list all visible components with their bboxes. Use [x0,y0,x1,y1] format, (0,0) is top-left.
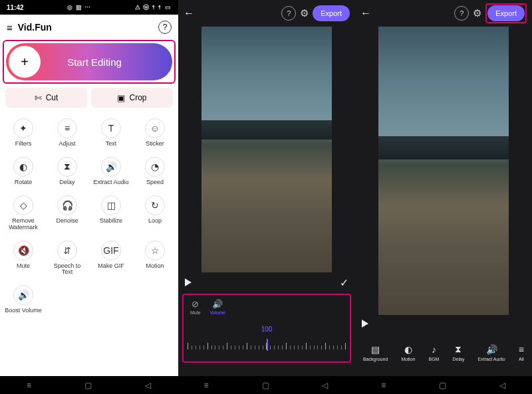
tool-label: Adjust [59,141,75,148]
cut-button[interactable]: ✄Cut [5,88,87,108]
top-bar: ← ? ⚙ Export [178,0,355,27]
app-title: Vid.Fun [18,22,158,33]
tool-boost-volume[interactable]: 🔊Boost Volume [1,281,45,318]
editor-tool-background[interactable]: ▤Background [363,344,388,361]
back-icon[interactable]: ← [360,7,371,19]
home-panel: 11:42 ◎ ▥ ⋯ ⚠ ⓦ ⫯ ⫯ ▭ ≡ Vid.Fun ? + Star… [0,0,178,376]
back-icon[interactable]: ← [184,7,194,19]
tool-delay[interactable]: ⧗Delay [45,153,89,190]
tools-grid: ✦Filters≡AdjustTText☺Sticker◐Rotate⧗Dela… [0,112,178,321]
editor-tool-delay[interactable]: ⧗Delay [452,344,464,361]
highlight-start-editing: + Start Editing [3,40,176,84]
back-nav-icon[interactable]: ◁ [499,381,505,390]
crop-button[interactable]: ▣Crop [91,88,173,108]
tool-icon: 🔇 [13,241,33,260]
menu-icon[interactable]: ≡ [7,22,13,33]
confirm-icon[interactable]: ✓ [340,276,348,289]
tool-sticker[interactable]: ☺Sticker [133,114,177,151]
recent-apps-icon[interactable]: ≡ [381,381,386,390]
android-nav-bar: ≡▢◁ ≡▢◁ ≡▢◁ [0,376,532,394]
tool-icon: ◔ [145,157,165,177]
main-editor-panel: ← ? ⚙ Export ▤Background◐Motion♪BGM⧗Dela… [355,0,532,376]
help-icon[interactable]: ? [281,6,296,21]
mute-option[interactable]: ⊘Mute [190,299,201,315]
tool-label: Loop [148,218,162,225]
home-icon[interactable]: ▢ [439,381,446,390]
help-icon[interactable]: ? [454,6,469,21]
tool-icon: ◐ [13,157,33,177]
editor-tool-all[interactable]: ≡All [519,344,524,361]
tool-loop[interactable]: ↻Loop [133,191,177,235]
recent-apps-icon[interactable]: ≡ [27,381,31,390]
tool-icon: ☺ [145,118,165,138]
tool-extract-audio[interactable]: 🔊Extract Audio [89,153,133,190]
app-bar: ≡ Vid.Fun ? [0,15,178,40]
start-editing-label: Start Editing [43,56,172,68]
tool-label: Mute [17,263,30,270]
tool-label: Delay [452,357,464,361]
back-nav-icon[interactable]: ◁ [145,381,151,390]
tool-label: Extract Audio [93,179,128,186]
tool-label: Boost Volume [5,308,42,314]
mute-label: Mute [190,310,201,315]
volume-slider[interactable]: 100 [188,326,346,355]
video-preview[interactable] [378,27,509,315]
play-icon[interactable] [362,320,368,328]
tool-make-gif[interactable]: GIFMake GIF [89,237,133,280]
tool-icon: GIF [101,241,121,260]
tool-icon: ↻ [145,195,165,215]
export-button[interactable]: Export [313,5,350,21]
tool-label: Motion [401,357,415,361]
tool-icon: ⧗ [455,344,462,355]
tool-denoise[interactable]: 🎧Denoise [45,191,89,235]
editor-tool-motion[interactable]: ◐Motion [401,344,415,361]
recent-apps-icon[interactable]: ≡ [204,381,209,390]
home-icon[interactable]: ▢ [84,381,92,390]
tool-icon: ☆ [145,241,165,260]
tool-icon: ≡ [519,344,524,355]
start-editing-button[interactable]: + Start Editing [6,43,172,80]
tool-motion[interactable]: ☆Motion [133,237,177,280]
settings-icon[interactable]: ⚙ [300,7,309,19]
tool-label: Speed [146,179,164,186]
tool-text[interactable]: TText [89,114,133,151]
tool-icon: ⇵ [57,241,77,260]
tool-label: Sticker [146,141,164,148]
home-icon[interactable]: ▢ [262,381,269,390]
tool-mute[interactable]: 🔇Mute [1,237,45,280]
crop-label: Crop [129,93,146,102]
tool-icon: ◫ [101,195,121,215]
tool-icon: ◐ [404,344,412,355]
status-bar: 11:42 ◎ ▥ ⋯ ⚠ ⓦ ⫯ ⫯ ▭ [0,0,178,15]
editor-tool-extract-audio[interactable]: 🔊Extract Audio [477,344,505,361]
settings-icon[interactable]: ⚙ [473,7,481,19]
slider-cursor[interactable] [267,339,268,351]
video-preview[interactable] [201,27,332,272]
tool-stabilize[interactable]: ◫Stabilize [89,191,133,235]
clock: 11:42 [7,4,24,11]
editor-tool-bgm[interactable]: ♪BGM [428,344,439,361]
tool-label: Stabilize [100,218,122,225]
volume-editor-panel: ← ? ⚙ Export ✓ ⊘Mute 🔊Volume 100 [178,0,355,376]
tool-icon: ♪ [432,344,436,355]
tool-icon: ◇ [13,195,33,215]
tool-filters[interactable]: ✦Filters [1,114,45,151]
tool-label: Remove Watermark [5,218,42,231]
play-icon[interactable] [185,278,192,286]
scissors-icon: ✄ [35,93,42,103]
tool-rotate[interactable]: ◐Rotate [1,153,45,190]
export-button[interactable]: Export [487,5,525,21]
help-icon[interactable]: ? [158,21,172,34]
volume-option[interactable]: 🔊Volume [210,299,225,315]
tool-remove-watermark[interactable]: ◇Remove Watermark [1,191,45,235]
back-nav-icon[interactable]: ◁ [322,381,328,390]
tool-icon: ⧗ [57,157,77,177]
tool-label: Filters [15,141,32,148]
tool-speech-to-text[interactable]: ⇵Speech to Text [45,237,89,280]
tool-speed[interactable]: ◔Speed [133,153,177,190]
tool-icon: T [101,118,121,138]
plus-icon: + [9,46,41,78]
tool-adjust[interactable]: ≡Adjust [45,114,89,151]
quick-actions: ✄Cut ▣Crop [0,84,178,112]
status-icons-right: ⚠ ⓦ ⫯ ⫯ ▭ [135,3,172,12]
